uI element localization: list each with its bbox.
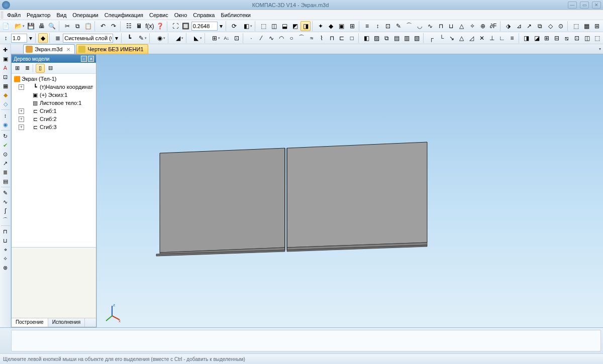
tabs-dropdown-icon[interactable]: ▾: [599, 47, 601, 51]
lt-c1[interactable]: ↻: [1, 132, 11, 141]
t-a1[interactable]: ✦: [316, 21, 326, 31]
t-d1[interactable]: ⬚: [571, 21, 581, 31]
t2-i1[interactable]: ┌: [427, 33, 436, 43]
save-button[interactable]: 💾: [26, 21, 36, 31]
t-c5[interactable]: ◇: [545, 21, 555, 31]
print-button[interactable]: 🖶: [37, 21, 47, 31]
t2-h3[interactable]: ⧉: [382, 33, 391, 43]
t2-g0[interactable]: ·: [246, 33, 256, 43]
t2-i9[interactable]: ≡: [508, 33, 517, 43]
t2-c1[interactable]: ◢: [171, 33, 185, 43]
tab-drawing[interactable]: Чертеж БЕЗ ИМЕНИ1: [76, 44, 148, 54]
lt-b1[interactable]: ↕: [1, 111, 11, 120]
zoom-dropdown-icon[interactable]: ▾: [218, 21, 224, 31]
t2-g5[interactable]: ⌒: [297, 33, 307, 43]
t-b3[interactable]: ⊡: [383, 21, 393, 31]
t-b6[interactable]: ◡: [415, 21, 425, 31]
rotate-button[interactable]: ⟳: [229, 21, 239, 31]
t2-j2[interactable]: ◪: [532, 33, 542, 43]
lt-e3[interactable]: ⌖: [1, 245, 11, 254]
zoom-input[interactable]: [191, 22, 218, 31]
t2-i2[interactable]: └: [437, 33, 446, 43]
maximize-button[interactable]: ▭: [580, 2, 589, 9]
lt-e1[interactable]: ⊓: [1, 227, 11, 236]
t2-g3[interactable]: ◠: [276, 33, 286, 43]
tree-btn-1[interactable]: ⊞: [13, 64, 22, 73]
t-b12[interactable]: ⊕: [478, 21, 488, 31]
t2-j3[interactable]: ⊞: [542, 33, 552, 43]
view4-button[interactable]: ◩: [290, 21, 300, 31]
tree-btn-3[interactable]: ▯: [36, 64, 45, 73]
t2-h4[interactable]: ▤: [392, 33, 401, 43]
lt-b2[interactable]: ◉: [1, 120, 11, 129]
t-b2[interactable]: ↕: [373, 21, 383, 31]
menu-ops[interactable]: Операции: [69, 11, 101, 19]
t-a2[interactable]: ◆: [326, 21, 336, 31]
t2-j4[interactable]: ⊟: [552, 33, 562, 43]
lt-a5[interactable]: ▦: [1, 81, 11, 90]
t2-g7[interactable]: ⌇: [317, 33, 327, 43]
t2-f1[interactable]: ⊡: [232, 33, 241, 43]
expand-icon[interactable]: +: [19, 125, 24, 130]
redo-button[interactable]: ↷: [109, 21, 119, 31]
t2-j5[interactable]: ⧅: [562, 33, 572, 43]
t-b13[interactable]: ∂F: [488, 21, 498, 31]
t2-g4[interactable]: ○: [287, 33, 296, 43]
menu-spec[interactable]: Спецификация: [102, 11, 146, 19]
lt-a3[interactable]: A: [1, 63, 11, 72]
t2-j7[interactable]: ◫: [582, 33, 592, 43]
open-button[interactable]: 📂: [12, 21, 26, 31]
t2-j1[interactable]: ◨: [522, 33, 531, 43]
fx-button[interactable]: f(x): [145, 21, 155, 31]
t-d3[interactable]: ⊞: [592, 21, 602, 31]
menu-view[interactable]: Вид: [53, 11, 69, 19]
t-c4[interactable]: ⧉: [535, 21, 545, 31]
line-style-button[interactable]: ↕: [1, 33, 11, 43]
new-doc-button[interactable]: 📄: [1, 21, 11, 31]
t2-g6[interactable]: ≈: [307, 33, 317, 43]
minimize-button[interactable]: —: [568, 2, 577, 9]
sidebar-tab-exec[interactable]: Исполнения: [48, 318, 85, 327]
t2-i8[interactable]: ∟: [497, 33, 507, 43]
t2-e1[interactable]: ⊞: [208, 33, 222, 43]
t2-h1[interactable]: ◧: [362, 33, 371, 43]
tree-item-sheetbody[interactable]: ▥ Листовое тело:1: [14, 99, 94, 107]
menu-help[interactable]: Справка: [190, 11, 218, 19]
t-c3[interactable]: ↗: [524, 21, 534, 31]
paste-button[interactable]: 📋: [83, 21, 93, 31]
expand-icon[interactable]: +: [19, 108, 24, 114]
t2-j6[interactable]: ⊡: [572, 33, 582, 43]
t-a4[interactable]: ⊞: [347, 21, 357, 31]
lt-c2[interactable]: ✔: [1, 141, 11, 150]
t2-a2[interactable]: ✎: [135, 33, 148, 43]
orient-button[interactable]: ◧: [240, 21, 254, 31]
tree-item-sketch[interactable]: ▣ (+) Эскиз:1: [14, 91, 94, 99]
t-b10[interactable]: △: [457, 21, 467, 31]
t2-h5[interactable]: ▥: [402, 33, 412, 43]
tree-btn-4[interactable]: ⊟: [46, 64, 55, 73]
lt-d2[interactable]: ∿: [1, 197, 11, 206]
expand-icon[interactable]: +: [19, 84, 24, 90]
view3-button[interactable]: ⬓: [279, 21, 289, 31]
t2-i6[interactable]: ✕: [477, 33, 486, 43]
zoom-window-button[interactable]: 🔲: [181, 21, 191, 31]
t2-i3[interactable]: ↘: [447, 33, 456, 43]
lineweight-input[interactable]: [11, 34, 27, 43]
lt-geom-icon[interactable]: ✚: [1, 45, 11, 54]
t2-a1[interactable]: ┗: [125, 33, 134, 43]
3d-viewport[interactable]: z x: [97, 54, 603, 327]
shaded-view-button[interactable]: ◨: [300, 21, 311, 31]
close-button[interactable]: ✕: [592, 2, 601, 9]
tree-btn-2[interactable]: ≣: [23, 64, 32, 73]
lt-d1[interactable]: ✎: [1, 188, 11, 197]
copy-button[interactable]: ⧉: [72, 21, 82, 31]
t-c6[interactable]: ⊙: [556, 21, 566, 31]
t2-h2[interactable]: ▨: [372, 33, 381, 43]
t-b11[interactable]: ✧: [467, 21, 477, 31]
lt-c6[interactable]: ▤: [1, 177, 11, 186]
sidebar-tab-build[interactable]: Построение: [12, 318, 48, 327]
t2-b1[interactable]: ◉: [153, 33, 166, 43]
lt-c3[interactable]: ⊙: [1, 150, 11, 159]
lt-a4[interactable]: ⊡: [1, 72, 11, 81]
t2-g1[interactable]: ∕: [256, 33, 266, 43]
